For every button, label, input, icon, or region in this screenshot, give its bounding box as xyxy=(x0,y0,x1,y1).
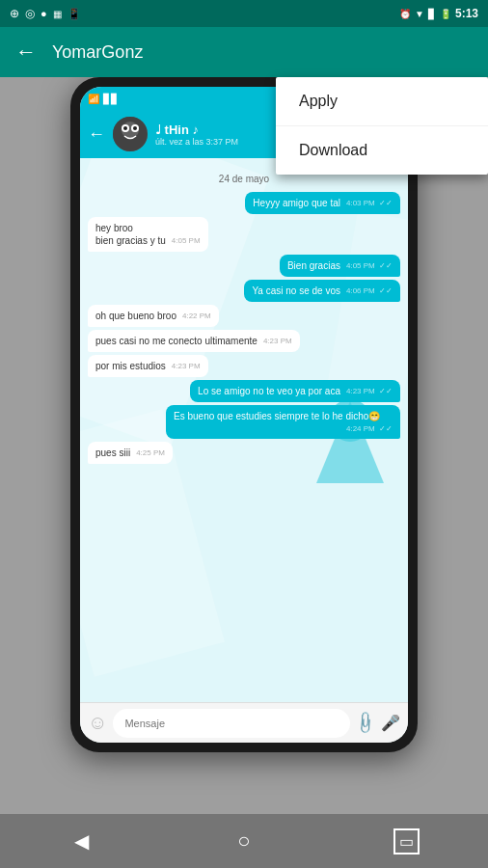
message-time: 4:05 PM xyxy=(172,236,201,246)
phone-signal-icon: ▊▊ xyxy=(103,94,119,104)
phone-wifi-icon: 📶 xyxy=(88,94,99,104)
message-text: Bien gracias xyxy=(287,260,340,271)
message-time: 4:23 PM ✓✓ xyxy=(346,387,393,396)
back-nav-icon: ◀ xyxy=(74,829,89,853)
message-row: Lo se amigo no te veo ya por aca 4:23 PM… xyxy=(88,380,400,402)
spotify-icon: ● xyxy=(41,8,47,19)
message-bubble-received: hey broo bien gracias y tu 4:05 PM xyxy=(88,217,208,252)
menu-icon: ▦ xyxy=(53,9,62,19)
message-text: pues siii xyxy=(95,448,130,458)
message-row: hey broo bien gracias y tu 4:05 PM xyxy=(88,217,400,252)
download-menu-item[interactable]: Download xyxy=(276,126,488,175)
message-row: oh que bueno broo 4:22 PM xyxy=(88,305,400,327)
nav-back-button[interactable]: ◀ xyxy=(57,817,105,865)
message-bubble-sent: Es bueno que estudies siempre te lo he d… xyxy=(166,405,400,439)
time-display: 5:13 xyxy=(455,7,478,20)
tick-icon: ✓✓ xyxy=(379,424,393,433)
message-bubble-sent: Lo se amigo no te veo ya por aca 4:23 PM… xyxy=(190,380,400,402)
nav-home-button[interactable]: ○ xyxy=(220,817,268,865)
phone-icon: 📱 xyxy=(68,8,81,20)
message-time: 4:03 PM ✓✓ xyxy=(346,199,393,208)
svg-point-4 xyxy=(123,126,127,130)
music-icon: ◎ xyxy=(25,7,35,20)
tick-icon: ✓✓ xyxy=(379,286,393,295)
chat-messages-area[interactable]: 24 de mayo Heyyy amigo que tal 4:03 PM ✓… xyxy=(80,158,408,702)
message-time: 4:22 PM xyxy=(182,312,211,321)
recent-nav-icon: ▭ xyxy=(393,828,420,854)
phone-status-left: 📶 ▊▊ xyxy=(88,94,119,104)
emoji-button[interactable]: ☺ xyxy=(88,712,107,734)
message-time: 4:05 PM ✓✓ xyxy=(346,261,393,271)
phone-screen: 📶 ▊▊ 100% 🔋 03:39 PM ← xyxy=(80,87,408,743)
tick-icon: ✓✓ xyxy=(379,387,393,395)
svg-point-5 xyxy=(133,126,137,130)
tick-icon: ✓✓ xyxy=(379,261,393,270)
status-bar-right: ⏰ ▼ ▊ 🔋 5:13 xyxy=(399,7,478,20)
message-text: Heyyy amigo que tal xyxy=(253,198,340,208)
back-button[interactable]: ← xyxy=(15,40,37,65)
message-row: Ya casi no se de vos 4:06 PM ✓✓ xyxy=(88,280,400,302)
tick-icon: ✓✓ xyxy=(379,199,393,207)
message-bubble-received: oh que bueno broo 4:22 PM xyxy=(88,305,219,327)
message-time: 4:24 PM ✓✓ xyxy=(346,424,393,434)
message-text: por mis estudios xyxy=(95,361,166,371)
message-row: pues casi no me conecto ultimamente 4:23… xyxy=(88,330,400,352)
status-bar-left: ⊕ ◎ ● ▦ 📱 xyxy=(10,7,81,20)
chat-back-button[interactable]: ← xyxy=(88,124,105,145)
message-bubble-sent: Ya casi no se de vos 4:06 PM ✓✓ xyxy=(244,280,400,302)
bottom-navigation: ◀ ○ ▭ xyxy=(0,814,488,868)
message-row: Bien gracias 4:05 PM ✓✓ xyxy=(88,255,400,277)
message-bubble-received: por mis estudios 4:23 PM xyxy=(88,355,208,377)
dropdown-menu: Apply Download xyxy=(276,77,488,175)
message-row: por mis estudios 4:23 PM xyxy=(88,355,400,377)
notification-icon: ⊕ xyxy=(10,7,19,20)
message-text: hey broo bien gracias y tu xyxy=(95,223,166,246)
message-bubble-received: pues casi no me conecto ultimamente 4:23… xyxy=(88,330,300,352)
message-time: 4:23 PM xyxy=(172,362,201,371)
mic-button[interactable]: 🎤 xyxy=(381,714,400,732)
contact-avatar xyxy=(113,117,148,151)
signal-icon: ▊ xyxy=(428,9,436,19)
phone-device: 📶 ▊▊ 100% 🔋 03:39 PM ← xyxy=(70,77,418,752)
message-text: Es bueno que estudies siempre te lo he d… xyxy=(174,411,380,421)
message-text: Ya casi no se de vos xyxy=(252,285,340,296)
wifi-icon: ▼ xyxy=(415,9,424,19)
message-time: 4:25 PM xyxy=(136,448,165,458)
message-text: oh que bueno broo xyxy=(95,311,176,321)
app-title: YomarGonz xyxy=(52,42,473,63)
message-time: 4:23 PM xyxy=(263,337,292,346)
alarm-icon: ⏰ xyxy=(399,9,411,19)
message-row: Es bueno que estudies siempre te lo he d… xyxy=(88,405,400,439)
message-input[interactable] xyxy=(113,709,350,738)
apply-menu-item[interactable]: Apply xyxy=(276,77,488,126)
attach-button[interactable]: 📎 xyxy=(352,710,379,737)
message-bubble-sent: Bien gracias 4:05 PM ✓✓ xyxy=(280,255,400,277)
app-bar: ← YomarGonz xyxy=(0,27,488,77)
battery-icon: 🔋 xyxy=(440,9,451,19)
message-text: pues casi no me conecto ultimamente xyxy=(95,336,258,346)
message-row: Heyyy amigo que tal 4:03 PM ✓✓ xyxy=(88,192,400,214)
status-bar: ⊕ ◎ ● ▦ 📱 ⏰ ▼ ▊ 🔋 5:13 xyxy=(0,0,488,27)
message-bubble-received: pues siii 4:25 PM xyxy=(88,442,173,464)
nav-recent-button[interactable]: ▭ xyxy=(383,817,431,865)
date-divider: 24 de mayo xyxy=(88,174,400,184)
message-bubble-sent: Heyyy amigo que tal 4:03 PM ✓✓ xyxy=(245,192,400,214)
message-time: 4:06 PM ✓✓ xyxy=(346,286,393,296)
message-text: Lo se amigo no te veo ya por aca xyxy=(198,386,340,396)
home-nav-icon: ○ xyxy=(237,828,250,854)
message-row: pues siii 4:25 PM xyxy=(88,442,400,464)
chat-input-bar: ☺ 📎 🎤 xyxy=(80,702,408,743)
